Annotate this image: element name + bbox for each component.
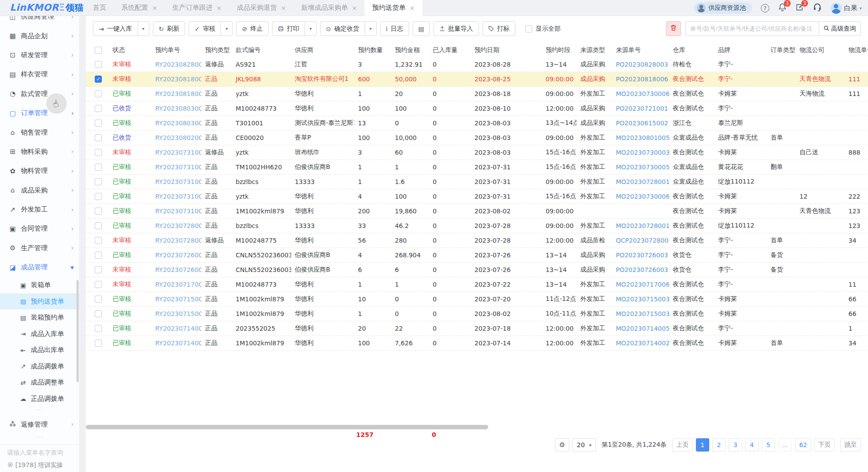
确定收货-dropdown-button[interactable]: ▾ bbox=[365, 21, 377, 36]
sidebar-item-销售管理[interactable]: ⌂销售管理› bbox=[0, 123, 79, 142]
table-row[interactable]: 已审核RY20230731002正品yztk华德利410002023-07-31… bbox=[86, 189, 868, 204]
row-checkbox[interactable] bbox=[95, 325, 102, 332]
一键入库-button[interactable]: ⇥一键入库 bbox=[93, 21, 138, 36]
cell-order_no[interactable]: RY20230818003 bbox=[152, 76, 201, 83]
tasks-button[interactable]: 3 bbox=[796, 3, 804, 13]
sidebar-scrollbar[interactable] bbox=[76, 280, 79, 382]
cell-source_no[interactable]: MO20230715003 bbox=[612, 296, 669, 303]
close-tab-icon[interactable]: × bbox=[410, 4, 415, 12]
table-row[interactable]: 已审核RY20230715001正品1M1002kml879华德利1002023… bbox=[86, 307, 868, 321]
cell-source_no[interactable]: MO20230717006 bbox=[612, 281, 669, 288]
sidebar-item-生产管理[interactable]: ⚙生产管理› bbox=[0, 239, 79, 258]
sidebar-item-研发管理[interactable]: ⊡研发管理› bbox=[0, 46, 79, 65]
cell-source_no[interactable]: PO20230615002 bbox=[612, 120, 669, 127]
cell-order_no[interactable]: RY20230714004 bbox=[152, 325, 201, 332]
sidebar-subitem-成品出库单[interactable]: ⇤成品出库单 bbox=[0, 342, 79, 358]
table-row[interactable]: 已收货RY20230802001正品CE00020香草P10010,000020… bbox=[86, 131, 868, 145]
support-button[interactable] bbox=[813, 3, 822, 13]
page-button-...[interactable]: ... bbox=[778, 438, 792, 452]
row-checkbox[interactable] bbox=[95, 90, 102, 97]
sidebar-item-样衣管理[interactable]: ▤样衣管理› bbox=[0, 65, 79, 84]
table-row[interactable]: 已审核RY20230728002正品bzzlbcs133333346.20202… bbox=[86, 219, 868, 233]
sidebar-subitem-装箱预约单[interactable]: ▤装箱预约单 bbox=[0, 309, 79, 326]
打印-button[interactable]: 打印 bbox=[272, 21, 305, 36]
sidebar-subitem-装箱单[interactable]: ▣装箱单 bbox=[0, 277, 79, 293]
supplier-pool-button[interactable]: 供应商资源池 bbox=[694, 2, 752, 14]
notifications-button[interactable]: 3 bbox=[778, 3, 787, 13]
sidebar-item-合同管理[interactable]: ▣合同管理› bbox=[0, 219, 79, 238]
cell-source_no[interactable]: MO20230714002 bbox=[612, 340, 669, 347]
cell-order_no[interactable]: RY20230726002 bbox=[152, 252, 201, 259]
sidebar-item-外发加工[interactable]: ↗外发加工› bbox=[0, 200, 79, 219]
help-button[interactable]: ? bbox=[761, 4, 769, 12]
cell-source_no[interactable]: PO20230721001 bbox=[612, 105, 669, 112]
cell-source_no[interactable]: PO20230818006 bbox=[612, 76, 669, 83]
page-button-下页[interactable]: 下页 bbox=[814, 438, 835, 452]
cell-order_no[interactable]: RY20230731005 bbox=[152, 164, 201, 171]
sidebar-item-订单管理[interactable]: ▢订单管理› bbox=[0, 104, 79, 123]
page-button-5[interactable]: 5 bbox=[762, 438, 775, 452]
cell-source_no[interactable]: MO20230728001 bbox=[612, 178, 669, 185]
cell-order_no[interactable]: RY20230828008 bbox=[152, 61, 201, 68]
row-checkbox[interactable] bbox=[95, 76, 102, 83]
cell-order_no[interactable]: RY20230714002 bbox=[152, 340, 201, 347]
sidebar-item-成品管理[interactable]: ◪成品管理▾ bbox=[0, 258, 79, 277]
cell-order_no[interactable]: RY20230803002 bbox=[152, 105, 201, 112]
page-button-62[interactable]: 62 bbox=[795, 438, 811, 452]
刷新-button[interactable]: ↻刷新 bbox=[153, 21, 185, 36]
cell-order_no[interactable]: RY20230728002 bbox=[152, 222, 201, 229]
table-row[interactable]: 未审核RY20230731007返修品yztk班布纸巾36002023-08-0… bbox=[86, 145, 868, 160]
tab-系统配置[interactable]: 系统配置× bbox=[114, 0, 165, 16]
row-checkbox[interactable] bbox=[95, 222, 102, 229]
row-checkbox[interactable] bbox=[95, 105, 102, 112]
日志-button[interactable]: i日志 bbox=[380, 21, 409, 36]
cell-source_no[interactable]: PO20230726003 bbox=[612, 266, 669, 273]
show-all-checkbox[interactable] bbox=[525, 25, 532, 32]
table-row[interactable]: 未审核RY20230726001正品CNLN5520236003伯俊供应商B66… bbox=[86, 263, 868, 277]
row-checkbox[interactable] bbox=[95, 178, 102, 185]
确定收货-button[interactable]: ⊙确定收货 bbox=[320, 21, 365, 36]
cell-source_no[interactable]: MO20230715003 bbox=[612, 310, 669, 317]
tab-新增成品采购单[interactable]: 新增成品采购单× bbox=[293, 0, 365, 16]
row-checkbox[interactable] bbox=[95, 208, 102, 215]
cell-order_no[interactable]: RY20230731007 bbox=[152, 149, 201, 156]
cell-source_no[interactable]: MO20230730003 bbox=[612, 149, 669, 156]
table-row[interactable]: 未审核RY20230818003正品JKL9088淘宝软件有限公司160050,… bbox=[86, 72, 868, 87]
advanced-query-button[interactable]: 高级查询 bbox=[819, 21, 861, 36]
page-button-4[interactable]: 4 bbox=[745, 438, 759, 452]
table-row[interactable]: 已审核RY20230803001正品T301001测试供应商-泰兰尼斯11300… bbox=[86, 116, 868, 131]
row-checkbox[interactable] bbox=[95, 134, 102, 141]
page-button-3[interactable]: 3 bbox=[729, 438, 742, 452]
sidebar-item-供应商管理[interactable]: ◫供应商管理› bbox=[0, 16, 79, 26]
table-row[interactable]: 未审核RY20230828008返修品AS921江哲31,232.9102023… bbox=[86, 57, 868, 72]
page-button-1[interactable]: 1 bbox=[696, 438, 709, 452]
table-row[interactable]: 已审核RY20230714002正品1M1002kml879华德利1007,62… bbox=[86, 336, 868, 351]
sidebar-item-款式管理[interactable]: ◔款式管理› bbox=[0, 84, 79, 104]
table-row[interactable]: 已审核RY20230726002正品CNLN5520236003伯俊供应商B42… bbox=[86, 248, 868, 263]
table-settings-button[interactable]: ⚙ bbox=[555, 438, 569, 452]
cell-source_no[interactable]: PO20230726003 bbox=[612, 252, 669, 259]
批量导入-button[interactable]: 批量导入 bbox=[434, 21, 479, 36]
row-checkbox[interactable] bbox=[95, 237, 102, 244]
一键入库-dropdown-button[interactable]: ▾ bbox=[138, 21, 149, 36]
cell-source_no[interactable]: MO20230730006 bbox=[612, 193, 669, 200]
page-button-上页[interactable]: 上页 bbox=[672, 438, 693, 452]
cell-order_no[interactable]: RY20230715001 bbox=[152, 310, 201, 317]
close-tab-icon[interactable]: × bbox=[217, 4, 222, 12]
cell-source_no[interactable]: MO20230714005 bbox=[612, 325, 669, 332]
cell-source_no[interactable]: MO20230730005 bbox=[612, 164, 669, 171]
打印-dropdown-button[interactable]: ▾ bbox=[305, 21, 317, 36]
close-tab-icon[interactable]: × bbox=[152, 4, 157, 12]
table-row[interactable]: 已审核RY20230731004正品bzzlbcs1333311.602023-… bbox=[86, 175, 868, 189]
row-checkbox[interactable] bbox=[95, 120, 102, 127]
sidebar-subitem-成品调拨单[interactable]: ↗成品调拨单 bbox=[0, 358, 79, 375]
cell-order_no[interactable]: RY20230731004 bbox=[152, 178, 201, 185]
table-row[interactable]: 已审核RY20230818001正品yztk华德利12002023-08-180… bbox=[86, 87, 868, 101]
sidebar-item-物料管理[interactable]: ✿物料管理› bbox=[0, 161, 79, 180]
menu-search-input[interactable] bbox=[0, 444, 79, 460]
cell-source_no[interactable]: MO20230730006 bbox=[612, 90, 669, 97]
cell-source_no[interactable]: MO20230728001 bbox=[612, 222, 669, 229]
审核-dropdown-button[interactable]: ▾ bbox=[221, 21, 233, 36]
table-row[interactable]: 未审核RY20230728001返修品M100248775华德利56280020… bbox=[86, 233, 868, 248]
table-row[interactable]: 已审核RY20230731005正品TM1002HH620伯俊供应商B11020… bbox=[86, 160, 868, 175]
